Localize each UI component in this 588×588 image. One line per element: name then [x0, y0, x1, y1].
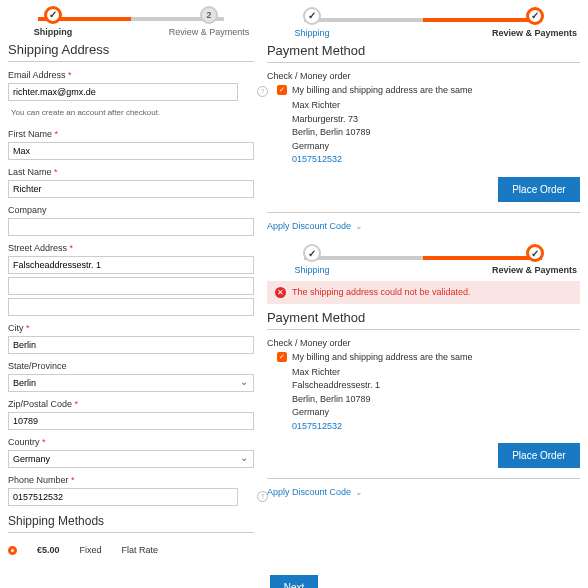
zip-field[interactable] — [8, 412, 254, 430]
company-label: Company — [8, 205, 254, 215]
billing-address: Max RichterFalscheaddressestr. 1Berlin, … — [292, 366, 580, 434]
radio-icon — [8, 546, 17, 555]
step-1-circle[interactable]: ✓ — [303, 244, 321, 262]
error-banner: ✕ The shipping address could not be vali… — [267, 281, 580, 304]
step-1-circle: ✓ — [44, 6, 62, 24]
shipping-column: ✓ Shipping 2 Review & Payments Shipping … — [8, 8, 254, 561]
payment-panel-2: ✓ Shipping ✓ Review & Payments ✕ The shi… — [266, 246, 581, 499]
country-label: Country * — [8, 437, 254, 447]
firstname-label: First Name * — [8, 129, 254, 139]
state-select[interactable]: Berlin — [8, 374, 254, 392]
state-label: State/Province — [8, 361, 254, 371]
email-field[interactable] — [8, 83, 238, 101]
error-icon: ✕ — [275, 287, 286, 298]
place-order-button[interactable]: Place Order — [498, 177, 579, 202]
step-2-label: Review & Payments — [490, 28, 580, 38]
step-2-label: Review & Payments — [164, 27, 254, 37]
shipping-address-title: Shipping Address — [8, 42, 254, 62]
progress-bar: ✓ Shipping ✓ Review & Payments — [267, 247, 580, 273]
shipping-method-row[interactable]: €5.00 Fixed Flat Rate — [8, 539, 254, 561]
help-icon[interactable]: ? — [257, 491, 268, 502]
next-button[interactable]: Next — [270, 575, 319, 588]
ship-flatrate: Flat Rate — [122, 545, 159, 555]
country-select[interactable]: Germany — [8, 450, 254, 468]
chevron-down-icon: ⌄ — [355, 487, 363, 497]
lastname-field[interactable] — [8, 180, 254, 198]
error-text: The shipping address could not be valida… — [292, 287, 471, 297]
lastname-label: Last Name * — [8, 167, 254, 177]
place-order-button[interactable]: Place Order — [498, 443, 579, 468]
discount-toggle[interactable]: Apply Discount Code — [267, 487, 351, 497]
phone-label: Phone Number * — [8, 475, 254, 485]
step-2-circle: 2 — [200, 6, 218, 24]
payment-title: Payment Method — [267, 43, 580, 63]
payment-panel-1: ✓ Shipping ✓ Review & Payments Payment M… — [266, 8, 581, 232]
step-1-label: Shipping — [8, 27, 98, 37]
help-icon[interactable]: ? — [257, 86, 268, 97]
zip-label: Zip/Postal Code * — [8, 399, 254, 409]
step-2-label: Review & Payments — [490, 265, 580, 275]
progress-bar: ✓ Shipping ✓ Review & Payments — [267, 9, 580, 35]
step-1-circle[interactable]: ✓ — [303, 7, 321, 25]
street-field-1[interactable] — [8, 256, 254, 274]
step-1-label[interactable]: Shipping — [267, 28, 357, 38]
step-2-circle: ✓ — [526, 7, 544, 25]
discount-toggle[interactable]: Apply Discount Code — [267, 221, 351, 231]
billing-same-label: My billing and shipping address are the … — [292, 85, 473, 95]
billing-same-checkbox[interactable]: ✓ — [277, 352, 287, 362]
chevron-down-icon: ⌄ — [355, 221, 363, 231]
step-2-circle: ✓ — [526, 244, 544, 262]
street-label: Street Address * — [8, 243, 254, 253]
street-field-3[interactable] — [8, 298, 254, 316]
shipping-methods-title: Shipping Methods — [8, 514, 254, 533]
billing-same-checkbox[interactable]: ✓ — [277, 85, 287, 95]
billing-address: Max RichterMarburgerstr. 73Berlin, Berli… — [292, 99, 580, 167]
payment-subtype: Check / Money order — [267, 338, 580, 348]
ship-fixed: Fixed — [80, 545, 102, 555]
email-note: You can create an account after checkout… — [11, 108, 254, 117]
city-label: City * — [8, 323, 254, 333]
step-1-label[interactable]: Shipping — [267, 265, 357, 275]
ship-price: €5.00 — [37, 545, 60, 555]
payment-subtype: Check / Money order — [267, 71, 580, 81]
progress-bar: ✓ Shipping 2 Review & Payments — [8, 8, 254, 34]
payment-title: Payment Method — [267, 310, 580, 330]
city-field[interactable] — [8, 336, 254, 354]
street-field-2[interactable] — [8, 277, 254, 295]
email-label: Email Address * — [8, 70, 254, 80]
firstname-field[interactable] — [8, 142, 254, 160]
billing-same-label: My billing and shipping address are the … — [292, 352, 473, 362]
company-field[interactable] — [8, 218, 254, 236]
phone-field[interactable] — [8, 488, 238, 506]
